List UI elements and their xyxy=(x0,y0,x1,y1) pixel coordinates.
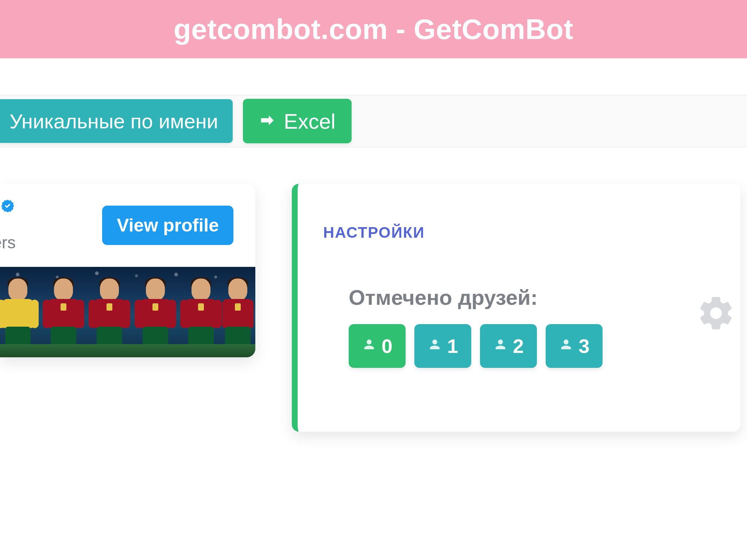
view-profile-button[interactable]: View profile xyxy=(102,206,233,245)
content-row: wers View profile НАСТРОЙКИ xyxy=(0,184,747,432)
profile-cover-image xyxy=(0,267,255,357)
person-icon xyxy=(362,335,376,357)
friend-count-2-label: 2 xyxy=(513,335,524,357)
friends-label: Отмечено друзей: xyxy=(349,285,715,310)
share-icon xyxy=(259,109,276,133)
unique-by-name-label: Уникальные по имени xyxy=(9,109,218,133)
profile-left: wers xyxy=(0,198,16,252)
settings-panel: НАСТРОЙКИ Отмечено друзей: 0 1 2 xyxy=(292,184,740,432)
unique-by-name-button[interactable]: Уникальные по имени xyxy=(0,99,233,143)
person-icon xyxy=(427,335,442,357)
friend-count-1-button[interactable]: 1 xyxy=(414,324,471,368)
gear-icon[interactable] xyxy=(696,293,736,335)
toolbar: Уникальные по имени Excel xyxy=(0,95,747,147)
friend-count-buttons: 0 1 2 3 xyxy=(349,324,715,368)
view-profile-label: View profile xyxy=(117,215,219,236)
header-title: getcombot.com - GetComBot xyxy=(174,13,573,46)
export-excel-button[interactable]: Excel xyxy=(243,99,352,143)
friends-block: Отмечено друзей: 0 1 2 3 xyxy=(349,285,715,368)
friend-count-3-button[interactable]: 3 xyxy=(546,324,603,368)
friend-count-0-button[interactable]: 0 xyxy=(349,324,406,368)
person-icon xyxy=(559,335,573,357)
header-banner: getcombot.com - GetComBot xyxy=(0,0,747,58)
profile-header: wers View profile xyxy=(0,198,241,267)
settings-title: НАСТРОЙКИ xyxy=(323,224,715,241)
friend-count-0-label: 0 xyxy=(382,335,392,357)
friend-count-1-label: 1 xyxy=(447,335,458,357)
followers-fragment: wers xyxy=(0,233,16,252)
friend-count-3-label: 3 xyxy=(578,335,589,357)
verified-icon xyxy=(0,198,15,215)
friend-count-2-button[interactable]: 2 xyxy=(480,324,537,368)
export-excel-label: Excel xyxy=(284,109,336,133)
person-icon xyxy=(493,335,508,357)
profile-card: wers View profile xyxy=(0,184,255,357)
